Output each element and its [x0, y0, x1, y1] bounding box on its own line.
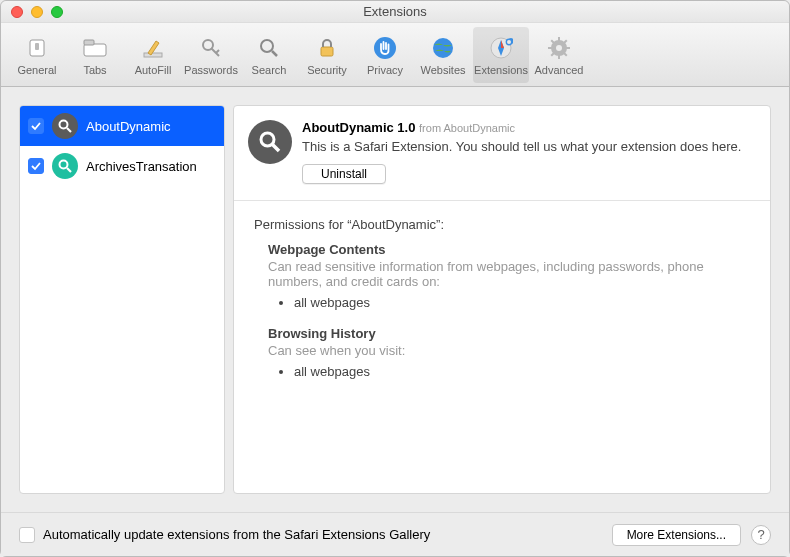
magnifier-icon	[52, 153, 78, 179]
key-icon	[197, 34, 225, 62]
detail-header: AboutDynamic 1.0 from AboutDynamic This …	[234, 106, 770, 201]
tab-autofill[interactable]: AutoFill	[125, 27, 181, 83]
footer: Automatically update extensions from the…	[1, 512, 789, 556]
svg-point-24	[60, 161, 68, 169]
hand-icon	[371, 34, 399, 62]
enable-checkbox[interactable]	[28, 118, 44, 134]
svg-rect-4	[144, 53, 162, 57]
lock-icon	[313, 34, 341, 62]
tab-passwords[interactable]: Passwords	[183, 27, 239, 83]
permission-subtitle: Can see when you visit:	[268, 343, 750, 358]
svg-rect-18	[566, 47, 570, 49]
tab-label: Tabs	[83, 64, 106, 76]
tab-label: Security	[307, 64, 347, 76]
svg-rect-3	[84, 40, 94, 45]
tab-label: Privacy	[367, 64, 403, 76]
tab-label: Search	[252, 64, 287, 76]
permission-title: Browsing History	[268, 326, 750, 341]
magnifier-icon	[52, 113, 78, 139]
tab-label: AutoFill	[135, 64, 172, 76]
magnifier-icon	[248, 120, 292, 164]
permissions-section: Permissions for “AboutDynamic”: Webpage …	[234, 201, 770, 411]
svg-rect-17	[548, 47, 552, 49]
help-button[interactable]: ?	[751, 525, 771, 545]
permission-item: all webpages	[294, 293, 750, 312]
pencil-icon	[139, 34, 167, 62]
tab-advanced[interactable]: Advanced	[531, 27, 587, 83]
tab-label: Websites	[420, 64, 465, 76]
tabs-icon	[81, 34, 109, 62]
window: Extensions General Tabs AutoFill Passwor…	[0, 0, 790, 557]
tab-privacy[interactable]: Privacy	[357, 27, 413, 83]
svg-rect-1	[35, 43, 39, 50]
extension-name: AboutDynamic	[86, 119, 171, 134]
titlebar: Extensions	[1, 1, 789, 23]
svg-rect-2	[84, 44, 106, 56]
svg-point-8	[374, 37, 396, 59]
compass-icon	[487, 34, 515, 62]
extensions-list: AboutDynamic ArchivesTransation	[19, 105, 225, 494]
extension-row[interactable]: ArchivesTransation	[20, 146, 224, 186]
svg-point-12	[507, 40, 511, 44]
auto-update-label: Automatically update extensions from the…	[43, 527, 430, 542]
enable-checkbox[interactable]	[28, 158, 44, 174]
tab-tabs[interactable]: Tabs	[67, 27, 123, 83]
svg-rect-16	[558, 55, 560, 59]
svg-rect-15	[558, 37, 560, 41]
permissions-heading: Permissions for “AboutDynamic”:	[254, 217, 750, 232]
auto-update-checkbox[interactable]	[19, 527, 35, 543]
tab-label: Extensions	[474, 64, 528, 76]
detail-description: This is a Safari Extension. You should t…	[302, 139, 752, 154]
detail-title: AboutDynamic 1.0 from AboutDynamic	[302, 120, 752, 135]
switch-icon	[23, 34, 51, 62]
tab-websites[interactable]: Websites	[415, 27, 471, 83]
svg-point-9	[433, 38, 453, 58]
permission-title: Webpage Contents	[268, 242, 750, 257]
svg-point-6	[261, 40, 273, 52]
uninstall-button[interactable]: Uninstall	[302, 164, 386, 184]
permission-item: all webpages	[294, 362, 750, 381]
tab-label: Advanced	[535, 64, 584, 76]
tab-extensions[interactable]: Extensions	[473, 27, 529, 83]
permission-subtitle: Can read sensitive information from webp…	[268, 259, 750, 289]
extension-detail: AboutDynamic 1.0 from AboutDynamic This …	[233, 105, 771, 494]
search-icon	[255, 34, 283, 62]
tab-search[interactable]: Search	[241, 27, 297, 83]
more-extensions-button[interactable]: More Extensions...	[612, 524, 741, 546]
tab-general[interactable]: General	[9, 27, 65, 83]
globe-icon	[429, 34, 457, 62]
extension-row[interactable]: AboutDynamic	[20, 106, 224, 146]
svg-point-23	[60, 121, 68, 129]
svg-point-14	[556, 45, 562, 51]
gear-icon	[545, 34, 573, 62]
tab-label: Passwords	[184, 64, 238, 76]
content-area: AboutDynamic ArchivesTransation AboutDyn…	[1, 87, 789, 512]
extension-name: ArchivesTransation	[86, 159, 197, 174]
tab-label: General	[17, 64, 56, 76]
window-title: Extensions	[1, 4, 789, 19]
svg-rect-7	[321, 47, 333, 56]
preferences-toolbar: General Tabs AutoFill Passwords Search S…	[1, 23, 789, 87]
svg-point-25	[261, 133, 274, 146]
tab-security[interactable]: Security	[299, 27, 355, 83]
